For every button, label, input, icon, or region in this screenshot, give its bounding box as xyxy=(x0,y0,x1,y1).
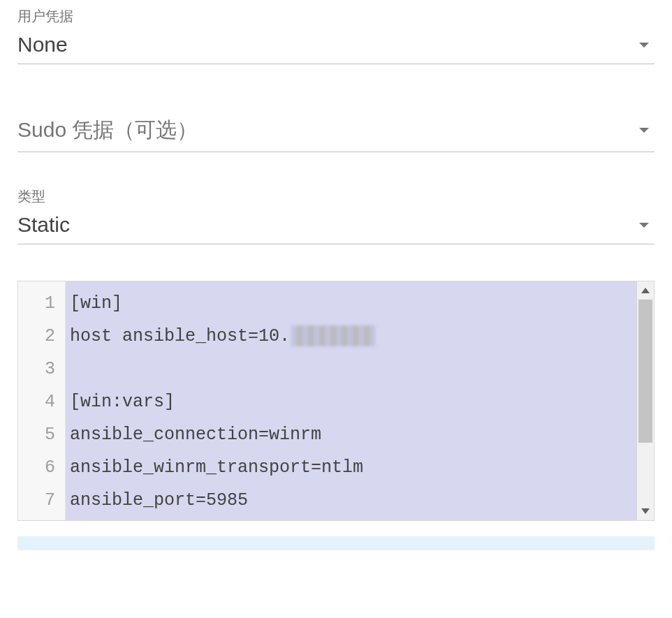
user-credentials-value: None xyxy=(17,33,68,57)
code-line[interactable]: [win] xyxy=(66,287,636,320)
arrow-down-icon xyxy=(641,508,650,514)
line-number: 2 xyxy=(18,320,65,353)
type-select[interactable]: Static xyxy=(17,210,655,244)
type-label: 类型 xyxy=(17,187,655,206)
scrollbar-down-button[interactable] xyxy=(637,502,654,520)
type-field: 类型 Static xyxy=(17,187,655,244)
user-credentials-label: 用户凭据 xyxy=(17,7,655,26)
line-number: 4 xyxy=(18,385,65,418)
line-number: 3 xyxy=(18,353,65,385)
editor-content[interactable]: [win]host ansible_host=10.[win:vars]ansi… xyxy=(66,281,636,520)
sudo-credentials-placeholder: Sudo 凭据（可选） xyxy=(17,116,198,145)
user-credentials-select[interactable]: None xyxy=(17,30,655,64)
scrollbar-up-button[interactable] xyxy=(637,281,654,300)
sudo-credentials-field: Sudo 凭据（可选） xyxy=(17,113,655,152)
code-line[interactable]: ansible_port=5985 xyxy=(66,484,636,517)
line-number: 1 xyxy=(18,287,65,320)
scrollbar-thumb[interactable] xyxy=(638,300,652,443)
line-number: 5 xyxy=(18,418,65,451)
line-number: 7 xyxy=(18,484,65,517)
line-number: 6 xyxy=(18,451,65,484)
code-line[interactable]: ansible_connection=winrm xyxy=(66,418,636,451)
user-credentials-field: 用户凭据 None xyxy=(17,7,655,64)
code-line[interactable]: [win:vars] xyxy=(66,385,636,418)
editor-gutter: 1234567 xyxy=(18,281,66,520)
redacted-segment xyxy=(291,325,375,346)
info-panel xyxy=(17,536,655,550)
code-line[interactable]: host ansible_host=10. xyxy=(66,320,636,353)
type-value: Static xyxy=(17,213,70,237)
code-line[interactable] xyxy=(66,353,636,385)
chevron-down-icon xyxy=(639,128,649,133)
editor-scrollbar[interactable] xyxy=(636,281,655,520)
chevron-down-icon xyxy=(639,223,649,228)
code-editor[interactable]: 1234567 [win]host ansible_host=10.[win:v… xyxy=(17,281,655,521)
chevron-down-icon xyxy=(639,43,649,47)
scrollbar-track[interactable] xyxy=(637,300,654,502)
sudo-credentials-select[interactable]: Sudo 凭据（可选） xyxy=(17,113,655,152)
arrow-up-icon xyxy=(641,288,650,293)
code-line[interactable]: ansible_winrm_transport=ntlm xyxy=(66,451,636,484)
